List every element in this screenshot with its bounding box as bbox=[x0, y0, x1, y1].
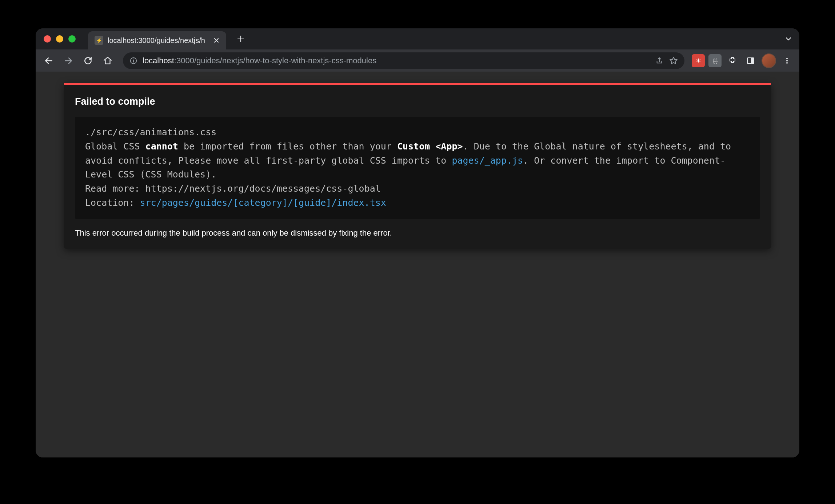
svg-point-6 bbox=[786, 60, 788, 61]
extension-icon-2[interactable]: {=} bbox=[708, 54, 722, 67]
error-file: ./src/css/animations.css bbox=[85, 125, 750, 140]
svg-rect-1 bbox=[133, 60, 134, 62]
window-maximize-button[interactable] bbox=[68, 35, 76, 43]
svg-rect-2 bbox=[133, 59, 134, 59]
forward-button[interactable] bbox=[60, 53, 76, 69]
pages-app-link: pages/_app.js bbox=[452, 155, 523, 166]
error-overlay: Failed to compile ./src/css/animations.c… bbox=[64, 83, 771, 249]
side-panel-button[interactable] bbox=[743, 53, 758, 68]
bookmark-icon[interactable] bbox=[669, 56, 678, 65]
url-host: localhost bbox=[143, 56, 174, 65]
browser-tab[interactable]: ⚡ localhost:3000/guides/nextjs/h bbox=[88, 31, 226, 49]
location-path: src/pages/guides/[category]/[guide]/inde… bbox=[140, 197, 386, 208]
error-readmore: Read more: https://nextjs.org/docs/messa… bbox=[85, 182, 750, 196]
share-icon[interactable] bbox=[655, 57, 663, 65]
tab-list-button[interactable] bbox=[783, 33, 794, 45]
new-tab-button[interactable] bbox=[235, 33, 247, 45]
toolbar-icons: ✶ {=} bbox=[692, 53, 794, 68]
url-text: localhost:3000/guides/nextjs/how-to-styl… bbox=[143, 56, 650, 65]
svg-point-7 bbox=[786, 62, 788, 64]
window-close-button[interactable] bbox=[44, 35, 51, 43]
browser-toolbar: localhost:3000/guides/nextjs/how-to-styl… bbox=[36, 49, 799, 72]
home-button[interactable] bbox=[100, 53, 116, 69]
profile-avatar[interactable] bbox=[762, 53, 776, 68]
tab-strip: ⚡ localhost:3000/guides/nextjs/h bbox=[36, 28, 799, 49]
error-body: ./src/css/animations.css Global CSS cann… bbox=[75, 117, 760, 219]
site-info-icon[interactable] bbox=[129, 57, 137, 65]
tab-favicon: ⚡ bbox=[95, 36, 103, 45]
extensions-button[interactable] bbox=[725, 53, 740, 68]
error-message: Global CSS cannot be imported from files… bbox=[85, 140, 750, 182]
extension-icon-1[interactable]: ✶ bbox=[692, 54, 705, 67]
page-content: Failed to compile ./src/css/animations.c… bbox=[36, 72, 799, 457]
window-controls bbox=[44, 35, 76, 43]
tab-title: localhost:3000/guides/nextjs/h bbox=[108, 36, 209, 45]
svg-point-5 bbox=[786, 58, 788, 59]
window-minimize-button[interactable] bbox=[56, 35, 63, 43]
readmore-url: https://nextjs.org/docs/messages/css-glo… bbox=[145, 183, 381, 194]
tab-close-button[interactable] bbox=[213, 37, 220, 44]
url-path: :3000/guides/nextjs/how-to-style-with-ne… bbox=[174, 56, 376, 65]
error-location: Location: src/pages/guides/[category]/[g… bbox=[85, 196, 750, 210]
address-bar[interactable]: localhost:3000/guides/nextjs/how-to-styl… bbox=[123, 52, 684, 69]
error-heading: Failed to compile bbox=[75, 96, 760, 107]
reload-button[interactable] bbox=[80, 53, 96, 69]
error-footer: This error occurred during the build pro… bbox=[75, 228, 760, 238]
back-button[interactable] bbox=[41, 53, 57, 69]
svg-rect-4 bbox=[751, 58, 754, 64]
browser-menu-button[interactable] bbox=[780, 53, 794, 68]
browser-window: ⚡ localhost:3000/guides/nextjs/h bbox=[36, 28, 799, 457]
